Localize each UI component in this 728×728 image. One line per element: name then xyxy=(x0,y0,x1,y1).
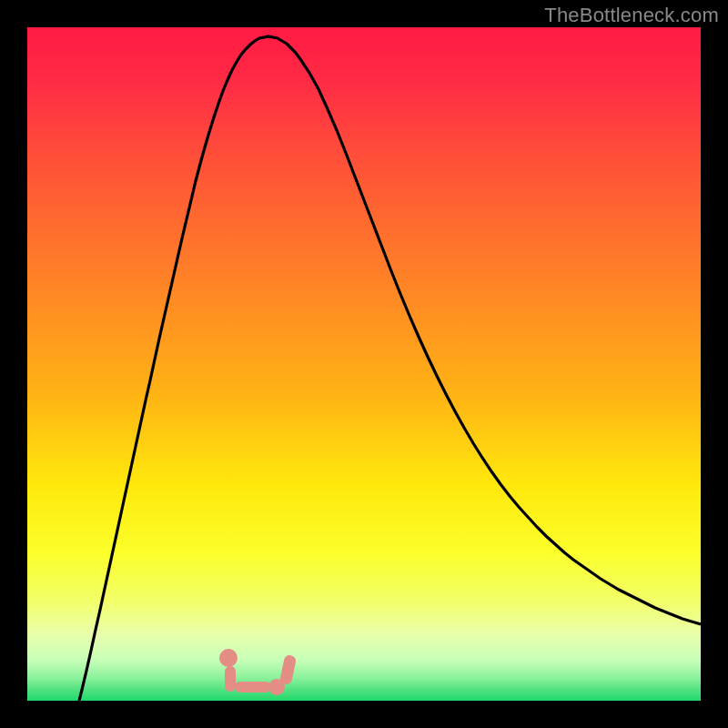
chart-frame: TheBottleneck.com xyxy=(0,0,728,728)
watermark-text: TheBottleneck.com xyxy=(544,4,719,27)
marker-left-bar xyxy=(225,666,236,692)
gradient-background xyxy=(27,27,701,701)
marker-bottom-bar xyxy=(235,682,271,693)
marker-left-dot xyxy=(219,649,238,667)
chart-svg xyxy=(27,27,701,701)
plot-area xyxy=(27,27,701,701)
